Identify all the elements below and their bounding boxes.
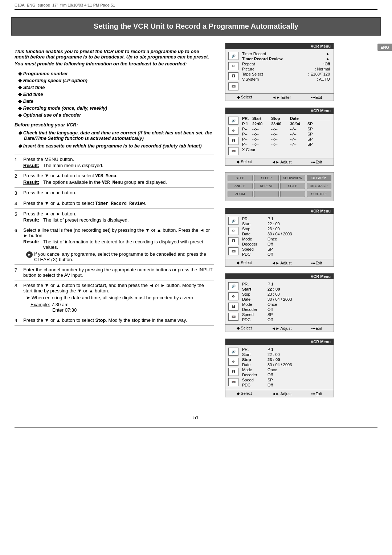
step-result-5: Result: The list of preset recordings is… — [23, 217, 214, 223]
step-result-6: Result: The list of information to be en… — [23, 239, 214, 250]
detail-stop-4: Stop 23 : 00 — [242, 226, 330, 231]
detail-date-val-5: 30 / 04 / 2003 — [268, 297, 330, 301]
result-text-6: The list of information to be entered fo… — [43, 239, 214, 250]
step-num-4: 4 — [15, 200, 23, 206]
detail-decoder-5: Decoder Off — [242, 307, 330, 312]
step-row-2: 2 Press the ▼ or ▲ button to select VCR … — [15, 171, 214, 188]
step-num-6: 6 — [15, 227, 23, 233]
vcr-footer-select-2: ◆ Select — [237, 159, 252, 164]
detail-stop-6: Stop 23 : 00 — [242, 357, 330, 362]
vcr-item-tape-select: Tape Select : E180/T120 — [242, 72, 330, 77]
header-divider — [15, 9, 377, 10]
vcr-icon-settings-6: ⚙ — [228, 358, 238, 366]
step-row-9: 9 Press the ▼ or ▲ button to select Stop… — [15, 315, 214, 326]
detail-pdc-label-5: PDC — [242, 317, 268, 322]
x-clear: X Clear — [242, 147, 330, 152]
arrow-icon-8: ➤ — [26, 295, 30, 300]
vcr-item-label-4: Tape Select — [242, 72, 263, 76]
detail-stop-label-5: Stop — [242, 292, 268, 296]
detail-date-label-6: Date — [242, 362, 268, 367]
page-number: 51 — [0, 411, 392, 428]
bullet-item-6: Recording mode (once, daily, weekly) — [18, 105, 214, 112]
remote-btn-zoom[interactable]: ZOOM — [228, 191, 253, 197]
vcr-table-menu: PR. Start Stop Date P 1 22:00 23:00 30/0… — [242, 116, 330, 147]
vcr-icon-film: 🎞 — [228, 72, 238, 80]
row2-pr: P-- — [242, 132, 252, 136]
step-content-8: Press the ▼ or ▲ button to select Start,… — [23, 283, 214, 313]
detail-date-val-6: 30 / 04 / 2003 — [268, 362, 330, 367]
detail-mode-label-5: Mode — [242, 302, 268, 307]
remote-btn-step[interactable]: STEP — [228, 175, 253, 181]
step-main-4: Press the ▼ or ▲ button to select Timer … — [23, 200, 214, 206]
detail-speed-val-4: SP — [268, 247, 330, 251]
step-num-3: 3 — [15, 190, 23, 196]
top-header: C18A_ENG_europe_17"_film 10/10/03 4:11 P… — [0, 0, 392, 9]
row0-stop: 23:00 — [271, 122, 290, 126]
bullet-item-4: End time — [18, 91, 214, 98]
step-num-7: 7 — [15, 267, 23, 273]
step-row-3: 3 Press the ◄ or ► button. — [15, 188, 214, 198]
step-result-1: Result: The main menu is displayed. — [23, 163, 214, 168]
vcr-panel-2: VCR Menu 🔊 ⚙ 🎞 📼 PR. Start Stop — [225, 108, 334, 166]
remote-panel: STEP SLEEP SHOW/VIEW CLEAR/↵ ANGLE REPEA… — [225, 172, 334, 201]
vcr-item-timer-record: Timer Record ► — [242, 51, 330, 56]
step-main-9: Press the ▼ or ▲ button to select Stop. … — [23, 317, 214, 323]
before-presetting-label: Before presetting your VCR: — [15, 122, 214, 127]
detail-decoder-6: Decoder Off — [242, 372, 330, 377]
row4-pr: P-- — [242, 142, 252, 146]
remote-btn-subtitle[interactable]: SUBTITLE — [307, 191, 332, 197]
example-enter-8: Enter 07:30 — [30, 307, 77, 313]
vcr-content-col-1: Timer Record ► Timer Record Review ► Rep… — [240, 50, 332, 92]
remote-btn-repeat[interactable]: REPEAT — [254, 183, 279, 189]
detail-pr-val-5: P 1 — [268, 282, 330, 286]
detail-pr-label-6: PR. — [242, 347, 268, 352]
step-row-8: 8 Press the ▼ or ▲ button to select Star… — [15, 280, 214, 315]
vcr-footer-select-6: ◆ Select — [237, 391, 252, 396]
vcr-table-header: PR. Start Stop Date — [242, 116, 330, 121]
detail-speed-label-4: Speed — [242, 247, 268, 251]
detail-pdc-label-4: PDC — [242, 252, 268, 256]
vcr-icon-sound: 🔊 — [228, 52, 238, 60]
note-text-8: When entering the date and time, all sin… — [32, 295, 195, 300]
detail-pr-val-6: P 1 — [268, 347, 330, 352]
detail-speed-4: Speed SP — [242, 247, 330, 252]
vcr-icon-sound-2: 🔊 — [228, 117, 238, 125]
vcr-icon-settings-5: ⚙ — [228, 292, 238, 300]
result-text-1: The main menu is displayed. — [43, 163, 214, 168]
row4-date: --/-- — [290, 142, 307, 146]
vcr-footer-adjust-5: ◄► Adjust — [271, 326, 291, 331]
detail-mode-val-5: Once — [268, 302, 330, 307]
row4-sp: SP — [307, 142, 318, 146]
detail-decoder-4: Decoder Off — [242, 242, 330, 247]
vcr-item-value-1: ► — [326, 57, 330, 61]
detail-decoder-val-4: Off — [268, 242, 330, 246]
detail-speed-label-5: Speed — [242, 312, 268, 317]
remote-btn-crystal[interactable]: CRYSTAL/↵ — [307, 183, 332, 189]
result-text-2: The options available in the VCR Menu gr… — [43, 179, 214, 185]
detail-pdc-val-4: Off — [268, 252, 330, 256]
vcr-icon-tape-5: 📼 — [228, 313, 238, 321]
detail-mode-val-6: Once — [268, 368, 330, 372]
steps-table: 1 Press the MENU button. Result: The mai… — [15, 154, 214, 326]
remote-btn-sleep[interactable]: SLEEP — [254, 175, 279, 181]
vcr-content-col-2: PR. Start Stop Date P 1 22:00 23:00 30/0… — [240, 115, 332, 157]
step-result-2: Result: The options available in the VCR… — [23, 179, 214, 185]
result-label-2: Result: — [23, 179, 43, 185]
detail-pdc-val-5: Off — [268, 317, 330, 322]
remote-btn-angle[interactable]: ANGLE — [228, 183, 253, 189]
vcr-detail-col-5: PR. P 1 Start 22 : 00 Stop 23 : 00 Dat — [240, 281, 332, 323]
remote-btn-splp[interactable]: SP/LP — [280, 183, 305, 189]
row0-date: 30/04 — [290, 122, 307, 126]
col-pr-header: PR. — [242, 116, 252, 121]
detail-date-6: Date 30 / 04 / 2003 — [242, 362, 330, 367]
vcr-footer-2: ◆ Select ◄► Adjust ▪▪▪Exit — [225, 158, 334, 165]
vcr-icons-col-5: 🔊 ⚙ 🎞 📼 — [227, 281, 240, 323]
detail-pdc-5: PDC Off — [242, 317, 330, 322]
vcr-table-row-0: P 1 22:00 23:00 30/04 SP — [242, 121, 330, 126]
vcr-footer-1: ◆ Select ◄► Enter ▪▪▪Exit — [225, 93, 334, 101]
remote-btn-clear[interactable]: CLEAR/↵ — [307, 175, 332, 181]
remote-btn-showview[interactable]: SHOW/VIEW — [280, 175, 305, 181]
example-time-8: 7:30 am — [52, 302, 69, 307]
col-date-header: Date — [290, 116, 307, 121]
vcr-footer-exit-4: ▪▪▪Exit — [311, 260, 322, 265]
